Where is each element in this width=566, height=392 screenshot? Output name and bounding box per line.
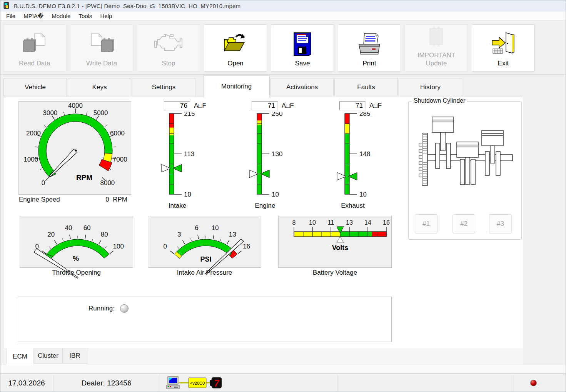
menu-tools[interactable]: Tools [78,13,92,19]
window-title: B.U.D.S. DEMO E3.8.2.1 - [PWC] Demo_Sea-… [14,3,240,9]
svg-text:8: 8 [292,219,296,226]
svg-text:80: 80 [101,231,108,238]
svg-text:100: 100 [113,243,124,250]
tab-vehicle[interactable]: Vehicle [3,78,67,96]
printer-icon [356,31,383,57]
status-bar: 17.03.2026 Dealer: 123456 <v20C0 7 [0,373,566,392]
tick-label: 148 [359,150,370,158]
svg-text:6: 6 [195,224,198,232]
tab-history[interactable]: History [399,78,462,96]
cylinder-2-button[interactable]: #2 [452,214,475,234]
cylinder-3-button[interactable]: #3 [489,214,512,234]
intake-air-pressure-gauge: 0 3 6 10 13 16 PSI [148,216,261,268]
menu-mpia[interactable]: MPIA� [23,13,43,20]
read-data-label: Read Data [19,60,50,67]
throttle-gauge: 0 20 40 60 80 100 % [20,216,133,268]
engine-speed-unit: RPM [113,196,127,203]
engine-temp-label: Engine [242,202,288,210]
svg-text:<v20C0: <v20C0 [190,381,205,385]
tab-strip: Vehicle Keys Settings Monitoring Activat… [0,75,566,97]
menu-module[interactable]: Module [52,13,70,19]
status-dealer: Dealer: 123456 [53,374,160,392]
engine-temp-value[interactable]: 71 [252,101,278,110]
svg-text:10: 10 [212,224,219,232]
cylinder-1-button[interactable]: #1 [415,214,437,234]
stop-engine-icon [154,31,183,57]
mpi-interface-icon: <v20C0 [189,378,206,388]
svg-text:20: 20 [47,231,55,238]
important-update-button[interactable]: IMPORTANTUpdate [405,24,468,72]
tick-label: 215 [184,112,195,117]
volt-tick-labels: 8 10 11 13 14 16 [292,219,390,226]
read-data-icon [22,31,47,57]
svg-text:11: 11 [328,219,334,226]
running-indicator-led [120,304,129,313]
rpm-needle-hub [75,149,77,151]
svg-text:3: 3 [177,231,181,238]
open-button[interactable]: Open [204,24,267,72]
rpm-needle [49,149,77,177]
write-data-button[interactable]: Write Data [70,24,133,72]
tab-monitoring[interactable]: Monitoring [203,75,270,97]
toolbar: Read Data Write Data Stop [0,21,566,75]
subtab-ecm[interactable]: ECM [7,348,33,365]
svg-text:13: 13 [229,231,236,238]
write-data-icon [89,31,114,57]
battery-caption: Battery Voltage [278,269,392,277]
tick-label: 10 [272,191,279,198]
stop-button[interactable]: Stop [137,24,200,72]
save-button[interactable]: Save [271,24,334,72]
update-icon [424,25,449,48]
tick-label: 250 [272,112,282,117]
read-data-button[interactable]: Read Data [3,24,66,72]
svg-text:0: 0 [164,243,167,250]
shutdown-cylinder-group: Shutdown Cylinder [408,101,522,240]
subtab-ibr[interactable]: IBR [62,348,87,364]
tick-label: 113 [184,150,194,158]
svg-text:7000: 7000 [113,156,127,163]
print-button[interactable]: Print [338,24,401,72]
exit-door-icon [491,31,516,57]
menu-help[interactable]: Help [100,13,112,19]
running-panel: Running: [18,297,392,342]
svg-text:13: 13 [346,219,353,226]
tab-keys[interactable]: Keys [68,78,131,96]
tick-label: 10 [184,191,191,198]
svg-text:6000: 6000 [110,130,125,137]
tab-settings[interactable]: Settings [132,78,195,96]
psi-dial-label: PSI [200,255,211,263]
throttle-dial-label: % [73,255,79,262]
subtab-cluster[interactable]: Cluster [34,348,62,364]
svg-text:4000: 4000 [68,102,83,109]
open-label: Open [227,60,244,67]
module-tab-strip: ECM Cluster IBR [4,348,523,365]
status-date: 17.03.2026 [0,374,53,392]
svg-text:1000: 1000 [23,156,38,163]
tab-faults[interactable]: Faults [334,78,398,96]
svg-text:60: 60 [83,224,91,232]
exhaust-temp-value[interactable]: 71 [339,101,366,110]
intake-temp-value[interactable]: 76 [164,101,190,110]
svg-text:7: 7 [214,379,220,389]
tab-activations[interactable]: Activations [270,78,334,96]
menu-file[interactable]: File [6,13,15,19]
pc-icon [167,377,179,389]
exit-button[interactable]: Exit [472,24,535,72]
comm-status-led [530,380,537,386]
throttle-tick-labels: 0 20 40 60 80 100 [35,224,124,250]
open-folder-icon [223,31,248,57]
app-icon [3,2,10,10]
engine-temp-gauge: 71 A□F 250 130 10 Engine [248,101,336,214]
running-label: Running: [88,305,115,312]
engine-speed-readout: Engine Speed 0 RPM [19,196,127,204]
tick-label: 10 [359,191,367,198]
throttle-caption: Throttle Opening [20,269,133,277]
save-label: Save [295,60,310,67]
intake-temp-unit: A□F [194,102,206,110]
svg-text:16: 16 [383,219,390,226]
engine-temp-unit: A□F [282,102,294,110]
svg-text:14: 14 [364,219,371,226]
svg-text:40: 40 [65,224,72,232]
svg-text:8000: 8000 [100,179,115,187]
save-floppy-icon [291,31,314,57]
